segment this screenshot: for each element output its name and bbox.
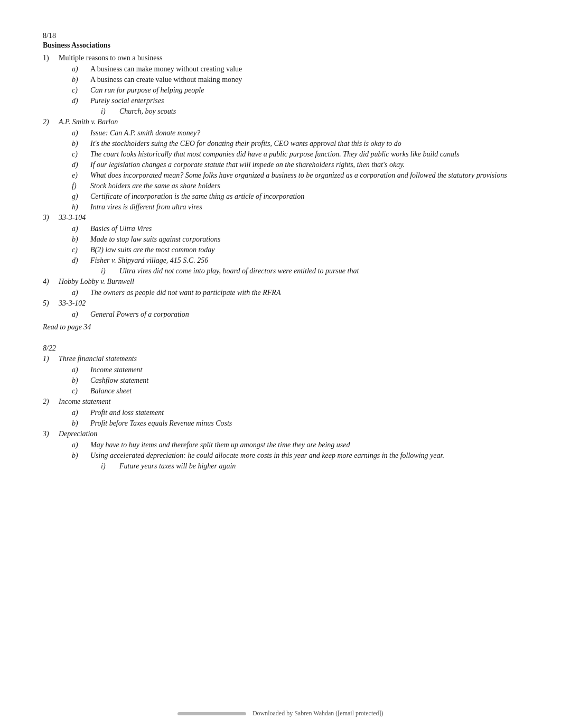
item-822-1a-text: Income statement — [90, 366, 518, 374]
item-2c-letter: c) — [72, 150, 90, 159]
item-3di: i) Ultra vires did not come into play, b… — [101, 267, 518, 275]
item-3c: c) B(2) law suits are the most common to… — [72, 246, 518, 254]
item-822-2a-letter: a) — [72, 409, 90, 417]
title-818: Business Associations — [43, 41, 518, 50]
item-822-3b-subs: i) Future years taxes will be higher aga… — [72, 462, 518, 471]
item-822-2-text: Income statement — [59, 398, 110, 406]
item-2b-text: It's the stockholders suing the CEO for … — [90, 140, 518, 148]
item-2c-text: The court looks historically that most c… — [90, 150, 518, 159]
item-822-1c-text: Balance sheet — [90, 387, 518, 395]
item-1c-letter: c) — [72, 86, 90, 95]
item-822-2b: b) Profit before Taxes equals Revenue mi… — [72, 419, 518, 428]
item-5-text: 33-3-102 — [59, 299, 86, 308]
item-1a: a) A business can make money without cre… — [72, 65, 518, 73]
item-4-subs: a) The owners as people did not want to … — [43, 289, 518, 297]
item-822-3-subs: a) May have to buy items and therefore s… — [43, 441, 518, 471]
section-822: 8/22 1) Three financial statements a) In… — [43, 344, 518, 471]
item-822-3bi-roman: i) — [101, 462, 119, 471]
item-822-3a-letter: a) — [72, 441, 90, 449]
item-3a-text: Basics of Ultra Vires — [90, 225, 518, 233]
read-note-818: Read to page 34 — [43, 323, 518, 331]
item-822-3-text: Depreciation — [59, 430, 97, 438]
item-5-subs: a) General Powers of a corporation — [43, 310, 518, 319]
item-2-subs: a) Issue: Can A.P. smith donate money? b… — [43, 129, 518, 211]
item-3b: b) Made to stop law suits against corpor… — [72, 235, 518, 244]
item-3d-subs: i) Ultra vires did not come into play, b… — [72, 267, 518, 275]
item-3d: d) Fisher v. Shipyard village, 415 S.C. … — [72, 256, 518, 265]
item-2h-letter: h) — [72, 203, 90, 211]
item-1d-subs: i) Church, boy scouts — [72, 107, 518, 116]
item-822-1b-letter: b) — [72, 376, 90, 385]
item-822-1b: b) Cashflow statement — [72, 376, 518, 385]
item-1d-text: Purely social enterprises — [90, 97, 518, 105]
item-4a-text: The owners as people did not want to par… — [90, 289, 518, 297]
item-3a: a) Basics of Ultra Vires — [72, 225, 518, 233]
item-822-3: 3) Depreciation — [43, 430, 518, 438]
item-822-2-subs: a) Profit and loss statement b) Profit b… — [43, 409, 518, 428]
item-3d-text: Fisher v. Shipyard village, 415 S.C. 256 — [90, 256, 518, 265]
item-2d-text: If our legislation changes a corporate s… — [90, 161, 518, 169]
item-3di-text: Ultra vires did not come into play, boar… — [119, 267, 518, 275]
item-1b: b) A business can create value without m… — [72, 76, 518, 84]
item-4a: a) The owners as people did not want to … — [72, 289, 518, 297]
item-2h-text: Intra vires is different from ultra vire… — [90, 203, 518, 211]
item-3-subs: a) Basics of Ultra Vires b) Made to stop… — [43, 225, 518, 275]
item-5a-letter: a) — [72, 310, 90, 319]
item-1c: c) Can run for purpose of helping people — [72, 86, 518, 95]
item-822-3b-letter: b) — [72, 451, 90, 460]
item-822-2b-text: Profit before Taxes equals Revenue minus… — [90, 419, 518, 428]
item-4-text: Hobby Lobby v. Burnwell — [59, 278, 134, 286]
item-822-3a-text: May have to buy items and therefore spli… — [90, 441, 518, 449]
item-3b-letter: b) — [72, 235, 90, 244]
item-822-3-num: 3) — [43, 430, 59, 438]
item-2e: e) What does incorporated mean? Some fol… — [72, 171, 518, 180]
item-822-3b-text: Using accelerated depreciation: he could… — [90, 451, 518, 460]
item-822-1-num: 1) — [43, 355, 59, 363]
item-2d-letter: d) — [72, 161, 90, 169]
item-822-1: 1) Three financial statements — [43, 355, 518, 363]
item-1c-text: Can run for purpose of helping people — [90, 86, 518, 95]
item-2g-letter: g) — [72, 192, 90, 201]
item-822-3b: b) Using accelerated depreciation: he co… — [72, 451, 518, 460]
item-2-num: 2) — [43, 118, 59, 126]
section-818: 8/18 Business Associations 1) Multiple r… — [43, 32, 518, 331]
item-2c: c) The court looks historically that mos… — [72, 150, 518, 159]
item-822-1a-letter: a) — [72, 366, 90, 374]
item-822-2: 2) Income statement — [43, 398, 518, 406]
date-818: 8/18 — [43, 32, 518, 40]
item-1-num: 1) — [43, 54, 59, 62]
date-822: 8/22 — [43, 344, 518, 353]
item-1d: d) Purely social enterprises — [72, 97, 518, 105]
item-2f-letter: f) — [72, 182, 90, 190]
item-5a: a) General Powers of a corporation — [72, 310, 518, 319]
item-2: 2) A.P. Smith v. Barlon — [43, 118, 518, 126]
item-2e-letter: e) — [72, 171, 90, 180]
item-2b: b) It's the stockholders suing the CEO f… — [72, 140, 518, 148]
item-822-2-num: 2) — [43, 398, 59, 406]
item-2a-text: Issue: Can A.P. smith donate money? — [90, 129, 518, 137]
item-2b-letter: b) — [72, 140, 90, 148]
item-3: 3) 33-3-104 — [43, 214, 518, 222]
item-2e-text: What does incorporated mean? Some folks … — [90, 171, 518, 180]
item-3d-letter: d) — [72, 256, 90, 265]
item-2-text: A.P. Smith v. Barlon — [59, 118, 118, 126]
item-4a-letter: a) — [72, 289, 90, 297]
item-4-num: 4) — [43, 278, 59, 286]
item-1a-letter: a) — [72, 65, 90, 73]
item-4: 4) Hobby Lobby v. Burnwell — [43, 278, 518, 286]
item-822-1-subs: a) Income statement b) Cashflow statemen… — [43, 366, 518, 395]
item-1b-text: A business can create value without maki… — [90, 76, 518, 84]
item-822-3bi-text: Future years taxes will be higher again — [119, 462, 518, 471]
item-2f-text: Stock holders are the same as share hold… — [90, 182, 518, 190]
item-822-2a: a) Profit and loss statement — [72, 409, 518, 417]
item-2f: f) Stock holders are the same as share h… — [72, 182, 518, 190]
item-3b-text: Made to stop law suits against corporati… — [90, 235, 518, 244]
page-content: 8/18 Business Associations 1) Multiple r… — [43, 32, 518, 471]
item-822-2a-text: Profit and loss statement — [90, 409, 518, 417]
item-5a-text: General Powers of a corporation — [90, 310, 518, 319]
item-2a-letter: a) — [72, 129, 90, 137]
item-822-1-text: Three financial statements — [59, 355, 137, 363]
item-5: 5) 33-3-102 — [43, 299, 518, 308]
item-3-text: 33-3-104 — [59, 214, 86, 222]
item-3-num: 3) — [43, 214, 59, 222]
